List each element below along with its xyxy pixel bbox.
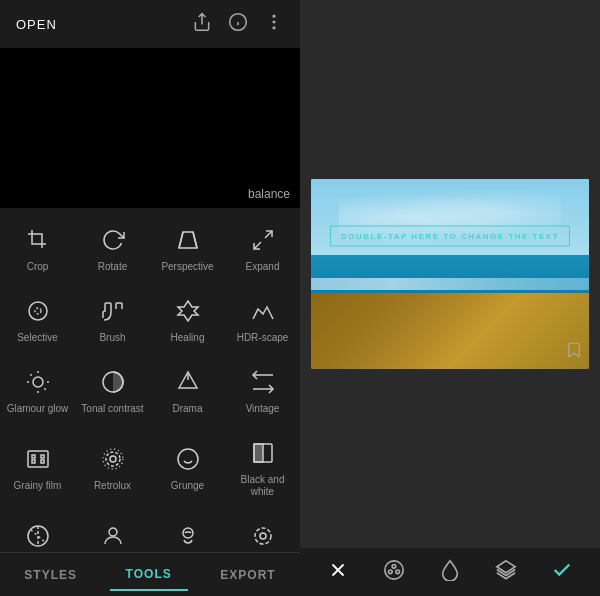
svg-point-43 (385, 560, 403, 578)
svg-rect-23 (32, 460, 35, 463)
right-toolbar (300, 548, 600, 596)
tool-black-white[interactable]: Black and white (225, 425, 300, 508)
svg-rect-25 (41, 460, 44, 463)
svg-rect-21 (28, 451, 48, 467)
tool-noir[interactable]: Noir (0, 508, 75, 552)
close-button[interactable] (319, 551, 357, 594)
image-preview-left: balance (0, 48, 300, 208)
svg-rect-22 (32, 455, 35, 458)
svg-line-17 (44, 388, 45, 389)
tool-drama[interactable]: Drama (150, 354, 225, 425)
tool-brush[interactable]: Brush (75, 283, 150, 354)
tool-crop[interactable]: Crop (0, 212, 75, 283)
right-panel: DOUBLE-TAP HERE TO CHANGE THE TEXT (300, 0, 600, 596)
info-icon[interactable] (228, 12, 248, 37)
more-icon[interactable] (264, 12, 284, 37)
photo-text-overlay[interactable]: DOUBLE-TAP HERE TO CHANGE THE TEXT (330, 226, 570, 247)
tool-retrolux[interactable]: Retrolux (75, 425, 150, 508)
svg-point-33 (255, 528, 271, 544)
svg-point-5 (273, 27, 275, 29)
svg-point-4 (273, 21, 275, 23)
tool-rotate[interactable]: Rotate (75, 212, 150, 283)
right-image-area: DOUBLE-TAP HERE TO CHANGE THE TEXT (300, 0, 600, 548)
svg-point-13 (33, 377, 43, 387)
balance-label: balance (248, 184, 290, 202)
top-bar: OPEN (0, 0, 300, 48)
tool-head-pose[interactable]: Head pose (150, 508, 225, 552)
tool-expand[interactable]: Expand (225, 212, 300, 283)
open-button[interactable]: OPEN (16, 17, 57, 32)
svg-point-34 (260, 533, 266, 539)
svg-point-26 (110, 456, 116, 462)
tab-export[interactable]: EXPORT (204, 560, 291, 590)
svg-point-11 (29, 302, 47, 320)
svg-line-10 (254, 242, 261, 249)
bottom-tabs: STYLES TOOLS EXPORT (0, 552, 300, 596)
svg-point-3 (273, 15, 275, 17)
svg-line-9 (265, 231, 272, 238)
tool-hdr-scape[interactable]: HDR-scape (225, 283, 300, 354)
tool-tonal-contrast[interactable]: Tonal contrast (75, 354, 150, 425)
left-panel: OPEN (0, 0, 300, 596)
adjust-icon[interactable] (431, 551, 469, 594)
svg-point-32 (183, 528, 193, 538)
tool-lens-blur[interactable]: Lens Blur (225, 508, 300, 552)
tool-portrait[interactable]: Portrait (75, 508, 150, 552)
tools-grid: Crop Rotate Perspective Expand (0, 208, 300, 552)
layers-icon[interactable] (487, 551, 525, 594)
share-icon[interactable] (192, 12, 212, 37)
confirm-button[interactable] (543, 551, 581, 594)
tool-grunge[interactable]: Grunge (150, 425, 225, 508)
svg-point-44 (392, 564, 396, 568)
tab-tools[interactable]: TOOLS (110, 559, 188, 591)
svg-point-46 (396, 570, 400, 574)
tab-styles[interactable]: STYLES (8, 560, 93, 590)
svg-point-27 (106, 452, 120, 466)
tool-selective[interactable]: Selective (0, 283, 75, 354)
tool-glamour-glow[interactable]: Glamour glow (0, 354, 75, 425)
tool-vintage[interactable]: Vintage (225, 354, 300, 425)
svg-line-16 (30, 374, 31, 375)
tool-healing[interactable]: Healing (150, 283, 225, 354)
palette-icon[interactable] (375, 551, 413, 594)
photo-container[interactable]: DOUBLE-TAP HERE TO CHANGE THE TEXT (311, 179, 589, 369)
top-icons (192, 12, 284, 37)
svg-line-7 (179, 232, 183, 248)
svg-rect-24 (41, 455, 44, 458)
svg-line-8 (193, 232, 197, 248)
svg-point-12 (35, 308, 41, 314)
tool-grainy-film[interactable]: Grainy film (0, 425, 75, 508)
tool-perspective[interactable]: Perspective (150, 212, 225, 283)
svg-point-31 (109, 528, 117, 536)
svg-point-45 (389, 570, 393, 574)
